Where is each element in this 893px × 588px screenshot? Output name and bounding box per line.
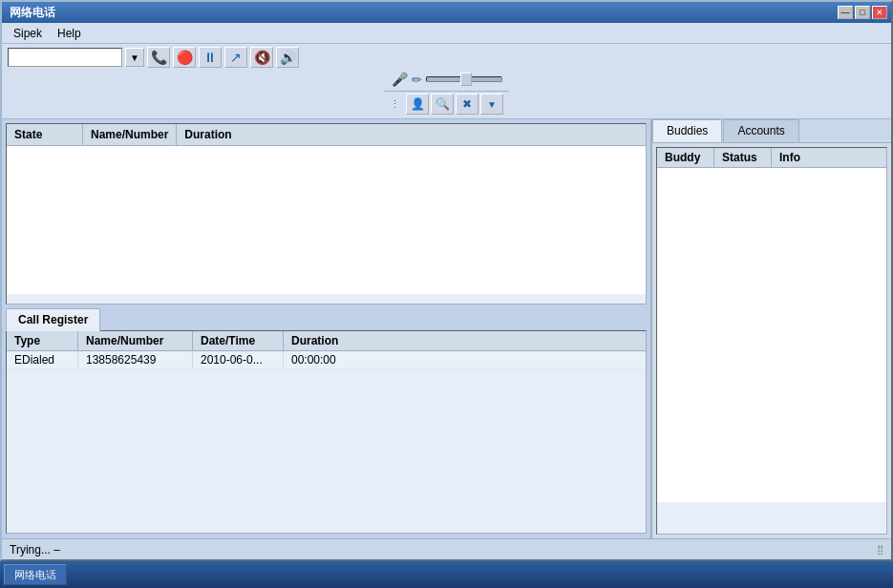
hold-button[interactable]: ⏸	[199, 47, 222, 68]
row-duration: 00:00:00	[284, 351, 646, 368]
toolbar-row-1: ▼ 📞 🔴 ⏸ ↗ 🔇 🔊	[8, 47, 885, 68]
reg-col-duration: Duration	[284, 331, 646, 350]
content-area: State Name/Number Duration Call Register…	[2, 119, 891, 538]
row-datetime: 2010-06-0...	[193, 351, 284, 368]
title-bar-buttons: — □ ✕	[838, 6, 887, 19]
reg-col-name: Name/Number	[78, 331, 193, 350]
call-button[interactable]: 📞	[147, 47, 170, 68]
close-button[interactable]: ✕	[872, 6, 887, 19]
tab-accounts[interactable]: Accounts	[723, 119, 798, 142]
tab-call-register[interactable]: Call Register	[6, 308, 100, 331]
volume-slider-track[interactable]	[426, 76, 502, 82]
buddy-table: Buddy Status Info	[656, 147, 887, 535]
buddy-header: Buddy Status Info	[657, 148, 886, 168]
input-dropdown[interactable]: ▼	[125, 48, 144, 67]
add-buddy-button[interactable]: 👤	[406, 94, 429, 115]
mic-icon: 🎤	[392, 72, 408, 87]
remove-buddy-button[interactable]: ✖	[456, 94, 478, 115]
speaker-button[interactable]: 🔊	[276, 47, 299, 68]
call-list-header: State Name/Number Duration	[7, 124, 646, 146]
buddy-col-status: Status	[714, 148, 772, 167]
menu-bar: Sipek Help	[2, 23, 891, 44]
toolbar: ▼ 📞 🔴 ⏸ ↗ 🔇 🔊 🎤 ✏ ⋮ 👤 🔍 ✖ ▼	[2, 44, 891, 119]
register-header: Type Name/Number Date/Time Duration	[7, 331, 646, 351]
taskbar: 网络电话	[0, 561, 893, 588]
search-buddy-button[interactable]: 🔍	[431, 94, 454, 115]
pen-icon: ✏	[412, 73, 422, 87]
call-list: State Name/Number Duration	[6, 123, 647, 304]
transfer-button[interactable]: ↗	[224, 47, 247, 68]
title-bar: 网络电话 — □ ✕	[2, 2, 891, 23]
status-text: Trying... –	[10, 543, 60, 556]
call-list-body	[7, 146, 646, 294]
right-panel: Buddies Accounts Buddy Status Info	[652, 119, 891, 538]
maximize-button[interactable]: □	[855, 6, 870, 19]
dots-icon: ⋮	[390, 98, 400, 111]
col-name-number: Name/Number	[83, 124, 177, 145]
phone-input[interactable]	[8, 48, 122, 67]
call-register-panel: Call Register Type Name/Number Date/Time…	[6, 308, 647, 535]
toolbar-row-2: ⋮ 👤 🔍 ✖ ▼	[384, 91, 509, 116]
tab-buddies[interactable]: Buddies	[652, 119, 722, 142]
row-type: EDialed	[7, 351, 78, 368]
row-name-number: 13858625439	[78, 351, 193, 368]
col-duration: Duration	[177, 124, 646, 145]
window-title: 网络电话	[6, 5, 55, 21]
register-table: Type Name/Number Date/Time Duration EDia…	[6, 330, 647, 534]
right-tabs: Buddies Accounts	[652, 119, 891, 143]
buddy-menu-button[interactable]: ▼	[480, 94, 503, 115]
buddy-body	[657, 168, 886, 502]
reg-col-datetime: Date/Time	[193, 331, 284, 350]
taskbar-app-button[interactable]: 网络电话	[4, 564, 67, 585]
buddy-col-buddy: Buddy	[657, 148, 714, 167]
reg-col-type: Type	[7, 331, 78, 350]
volume-row: 🎤 ✏	[386, 70, 508, 89]
hangup-button[interactable]: 🔴	[173, 47, 196, 68]
resize-grip: ⣿	[877, 544, 883, 555]
menu-sipek[interactable]: Sipek	[6, 25, 50, 42]
menu-help[interactable]: Help	[50, 25, 89, 42]
mute-button[interactable]: 🔇	[250, 47, 273, 68]
register-body: EDialed 13858625439 2010-06-0... 00:00:0…	[7, 351, 646, 369]
minimize-button[interactable]: —	[838, 6, 853, 19]
volume-slider-thumb[interactable]	[460, 73, 472, 86]
status-bar: Trying... – ⣿	[2, 538, 891, 559]
col-state: State	[7, 124, 83, 145]
tab-bar: Call Register	[6, 308, 647, 331]
buddy-col-info: Info	[772, 148, 886, 167]
register-row[interactable]: EDialed 13858625439 2010-06-0... 00:00:0…	[7, 351, 646, 369]
left-panel: State Name/Number Duration Call Register…	[2, 119, 652, 538]
